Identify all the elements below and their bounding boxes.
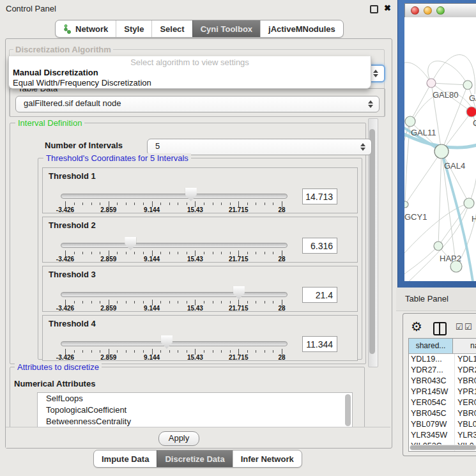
threshold-value-field[interactable]: 21.4 (302, 287, 337, 303)
tab-select[interactable]: Select (151, 20, 192, 37)
node-hap2[interactable] (434, 242, 443, 250)
tick-mark (91, 203, 92, 205)
checkbox-select-all-icon[interactable]: ☑ (456, 322, 463, 332)
cell-shared-name[interactable]: YPR145W (409, 387, 455, 397)
node-gal11[interactable] (405, 116, 415, 127)
table-row[interactable]: YER054CYER0 (409, 397, 476, 408)
tab-network[interactable]: Network (56, 20, 116, 37)
float-window-icon[interactable] (370, 5, 378, 13)
cell-shared-name[interactable]: YBR043C (409, 376, 455, 387)
node-gal4[interactable] (434, 144, 449, 158)
cell-shared-name[interactable]: YBR045C (409, 408, 455, 419)
cell-shared-name[interactable]: YBL079W (409, 419, 455, 430)
table-row[interactable]: YBR043CYBR0 (409, 376, 476, 387)
tab-cyni-toolbox[interactable]: Cyni Toolbox (192, 20, 260, 37)
tick-mark (117, 350, 118, 353)
apply-row: Apply (6, 427, 390, 448)
cell-shared-name[interactable]: YER054C (409, 397, 455, 408)
cell-name[interactable]: YBR0 (455, 408, 476, 419)
tick-mark (213, 301, 213, 303)
mac-minimize-button[interactable] (424, 6, 432, 15)
node-top-right[interactable] (463, 81, 472, 89)
tab-infer-network[interactable]: Infer Network (233, 450, 302, 467)
slider-thumb[interactable] (185, 188, 197, 201)
tick-mark (187, 252, 187, 254)
scrollbar-thumb[interactable] (410, 445, 476, 450)
mac-close-button[interactable] (411, 6, 419, 15)
tab-impute-data[interactable]: Impute Data (94, 450, 157, 467)
panel-vertical-scrollbar[interactable] (368, 118, 378, 367)
spinner-stepper-icon[interactable] (360, 142, 366, 151)
slider-thumb[interactable] (125, 237, 136, 250)
tab-impute-data-label: Impute Data (102, 454, 149, 464)
tick-mark (134, 301, 135, 303)
scrollbar-thumb[interactable] (369, 129, 375, 354)
dropdown-item-equal-width-frequency[interactable]: Equal Width/Frequency Discretization (9, 78, 371, 88)
cell-name[interactable]: YBL0 (455, 419, 476, 430)
table-row[interactable]: YDR27...YDR2 (409, 365, 476, 376)
network-view-canvas[interactable]: GAL80 GA C GAL11 GAL4 GCY1 H HAP2 (404, 17, 476, 281)
table-horizontal-scrollbar[interactable] (410, 445, 476, 450)
cell-shared-name[interactable]: YLR345W (409, 430, 455, 441)
tab-jactivemnodules[interactable]: jActiveMNodules (260, 20, 343, 37)
list-item-topologicalcoefficient[interactable]: TopologicalCoefficient (38, 404, 352, 416)
tick-label: 28 (278, 305, 285, 312)
dropdown-placeholder-item[interactable]: Select algorithm to view settings (9, 56, 371, 68)
close-icon[interactable]: ✖ (384, 3, 391, 13)
slider-track[interactable] (61, 194, 288, 199)
slider-track[interactable] (61, 341, 288, 346)
node-gcy1[interactable] (404, 201, 408, 208)
numerical-attributes-list[interactable]: SelfLoops TopologicalCoefficient Between… (37, 392, 353, 427)
column-header-name[interactable]: na (453, 339, 476, 353)
list-scrollbar-thumb[interactable] (345, 394, 351, 426)
column-header-shared-name[interactable]: shared... (409, 339, 453, 353)
interval-definition-title: Interval Definition (15, 118, 84, 128)
table-data-combobox[interactable]: galFiltered.sif default node (15, 96, 380, 112)
list-item-betweennesscentrality[interactable]: BetweennessCentrality (38, 416, 352, 427)
checkbox-select-icon[interactable]: ☑ (464, 322, 472, 332)
algorithm-dropdown-popup: Select algorithm to view settings Manual… (8, 56, 371, 89)
gear-icon[interactable]: ⚙ (411, 319, 422, 334)
columns-icon[interactable] (433, 322, 447, 335)
cell-name[interactable]: YBR0 (455, 376, 476, 387)
slider-tick-labels: -3.4262.8599.14415.4321.71528 (65, 206, 282, 213)
table-row[interactable]: YDL19...YDL1 (409, 354, 476, 365)
tab-discretize-data-label: Discretize Data (165, 454, 224, 464)
mac-zoom-button[interactable] (436, 6, 445, 15)
slider-track[interactable] (61, 243, 288, 248)
cell-shared-name[interactable]: YDL19... (409, 354, 455, 365)
cell-name[interactable]: YDR2 (455, 365, 476, 376)
tick-mark (230, 252, 231, 254)
tab-style[interactable]: Style (116, 20, 151, 37)
threshold-value-field[interactable]: 14.713 (302, 188, 337, 204)
apply-button[interactable]: Apply (158, 431, 199, 446)
table-row[interactable]: YBR045CYBR0 (409, 408, 476, 419)
combo-stepper-icon[interactable] (368, 100, 374, 109)
slider-tick-labels: -3.4262.8599.14415.4321.71528 (65, 354, 282, 361)
combo-stepper-icon[interactable] (373, 69, 379, 78)
tick-label: 28 (278, 354, 285, 361)
table-row[interactable]: YBL079WYBL0 (409, 419, 476, 430)
dropdown-item-manual-discretization[interactable]: Manual Discretization (9, 68, 371, 78)
cell-name[interactable]: YER0 (455, 397, 476, 408)
table-row[interactable]: YPR145WYPR1 (409, 387, 476, 397)
tick-mark (126, 252, 127, 254)
slider-track[interactable] (61, 292, 288, 297)
tick-mark (134, 252, 135, 254)
list-item-selfloops[interactable]: SelfLoops (38, 393, 352, 404)
tab-discretize-data[interactable]: Discretize Data (157, 450, 232, 467)
slider-thumb[interactable] (161, 335, 173, 349)
threshold-value-field[interactable]: 11.344 (302, 336, 337, 352)
cell-name[interactable]: YLR3 (455, 430, 476, 441)
table-row[interactable]: YLR345WYLR3 (409, 430, 476, 441)
cell-name[interactable]: YDL1 (455, 354, 476, 365)
node-red-selected[interactable] (466, 107, 476, 117)
node-gal80[interactable] (427, 79, 436, 88)
node-right-mid[interactable] (464, 198, 474, 208)
cell-shared-name[interactable]: YDR27... (409, 365, 455, 376)
cell-name[interactable]: YPR1 (455, 387, 476, 397)
threshold-value-field[interactable]: 6.316 (302, 238, 337, 254)
network-window-titlebar[interactable] (404, 3, 476, 19)
tick-mark (100, 301, 100, 303)
slider-thumb[interactable] (233, 286, 245, 300)
